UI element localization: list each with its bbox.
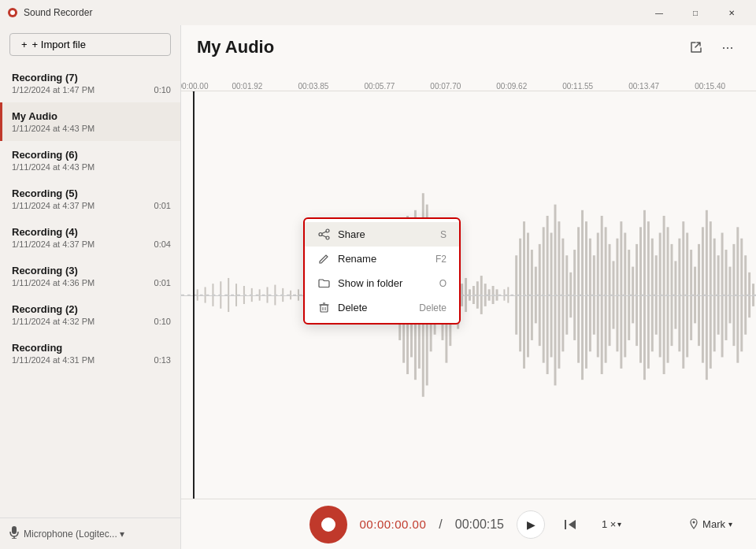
- timeline-mark-7: 00:13.47: [628, 82, 659, 91]
- recording-meta: 1/11/2024 at 4:36 PM 0:01: [12, 278, 171, 287]
- speed-button[interactable]: 1 × ▾: [595, 515, 628, 533]
- delete-shortcut: Delete: [419, 302, 447, 313]
- header-actions: ···: [684, 35, 740, 60]
- rename-label: Rename: [338, 253, 428, 265]
- import-label: + Import file: [32, 39, 86, 50]
- timeline-mark-8: 00:15.40: [695, 82, 725, 91]
- menu-item-share[interactable]: Share S: [305, 222, 459, 247]
- content-header: My Audio ···: [181, 25, 756, 69]
- recording-meta: 1/11/2024 at 4:31 PM 0:13: [12, 355, 171, 365]
- timeline-marks: 00:00.00 00:01.92 00:03.85 00:05.77 00:0…: [181, 69, 756, 91]
- titlebar: Sound Recorder — □ ✕: [0, 0, 756, 25]
- recording-date: 1/11/2024 at 4:31 PM: [12, 355, 94, 365]
- recording-name: Recording (5): [12, 187, 171, 199]
- mark-label: Mark: [702, 518, 725, 530]
- recording-meta: 1/12/2024 at 1:47 PM 0:10: [12, 85, 171, 95]
- context-menu: Share S Rename F2: [303, 217, 461, 325]
- total-time: 00:00:15: [455, 517, 504, 532]
- mark-button[interactable]: Mark ▾: [680, 515, 740, 534]
- recording-date: 1/11/2024 at 4:36 PM: [12, 278, 94, 287]
- timeline-mark-6: 00:11.55: [562, 82, 593, 91]
- microphone-label[interactable]: Microphone (Logitec... ▾: [24, 529, 124, 540]
- recording-date: 1/11/2024 at 4:37 PM: [12, 201, 94, 210]
- recording-duration: 0:13: [154, 355, 171, 365]
- timeline-mark-1: 00:01.92: [232, 82, 262, 91]
- sidebar: + + Import file Recording (7) 1/12/2024 …: [0, 25, 181, 549]
- timeline-mark-5: 00:09.62: [496, 82, 527, 91]
- rename-shortcut: F2: [435, 254, 447, 265]
- recording-meta: 1/11/2024 at 4:43 PM: [12, 124, 171, 133]
- recording-name: Recording (4): [12, 226, 171, 238]
- recording-item-r1[interactable]: Recording 1/11/2024 at 4:31 PM 0:13: [0, 334, 180, 373]
- recording-duration: 0:04: [154, 239, 171, 249]
- svg-point-130: [319, 233, 322, 236]
- recording-name: Recording (7): [12, 72, 171, 83]
- recording-date: 1/11/2024 at 4:32 PM: [12, 317, 94, 326]
- recording-meta: 1/11/2024 at 4:37 PM 0:04: [12, 239, 171, 249]
- menu-item-rename[interactable]: Rename F2: [305, 247, 459, 271]
- svg-point-140: [693, 521, 695, 523]
- ellipsis-icon: ···: [721, 39, 733, 56]
- window-controls: — □ ✕: [641, 0, 750, 25]
- svg-point-1: [10, 10, 15, 15]
- playhead: [193, 91, 195, 499]
- recording-duration: 0:10: [154, 317, 171, 326]
- record-inner-circle: [321, 517, 335, 532]
- svg-line-132: [321, 236, 325, 238]
- recording-item-myaudio[interactable]: My Audio 1/11/2024 at 4:43 PM: [0, 102, 180, 141]
- recording-item-r2[interactable]: Recording (2) 1/11/2024 at 4:32 PM 0:10: [0, 295, 180, 334]
- recording-name: My Audio: [12, 110, 171, 122]
- recording-meta: 1/11/2024 at 4:32 PM 0:10: [12, 317, 171, 326]
- more-options-button[interactable]: ···: [715, 35, 740, 60]
- recording-meta: 1/11/2024 at 4:37 PM 0:01: [12, 201, 171, 210]
- recording-item-r5[interactable]: Recording (5) 1/11/2024 at 4:37 PM 0:01: [0, 180, 180, 218]
- maximize-button[interactable]: □: [677, 0, 713, 25]
- recordings-list: Recording (7) 1/12/2024 at 1:47 PM 0:10 …: [0, 64, 180, 517]
- import-file-button[interactable]: + + Import file: [9, 33, 171, 56]
- plus-icon: +: [21, 39, 28, 50]
- time-separator: /: [439, 517, 442, 532]
- menu-item-delete[interactable]: Delete Delete: [305, 295, 459, 320]
- play-button[interactable]: ▶: [517, 510, 545, 539]
- recording-meta: 1/11/2024 at 4:43 PM: [12, 162, 171, 172]
- timeline-mark-2: 00:03.85: [298, 82, 328, 91]
- recording-item-r4[interactable]: Recording (4) 1/11/2024 at 4:37 PM 0:04: [0, 218, 180, 257]
- minimize-button[interactable]: —: [641, 0, 677, 25]
- rename-icon: [317, 253, 330, 265]
- speed-chevron-icon: ▾: [617, 520, 621, 529]
- menu-item-show-folder[interactable]: Show in folder O: [305, 271, 459, 295]
- app-icon: [6, 6, 19, 19]
- recording-date: 1/11/2024 at 4:43 PM: [12, 162, 94, 172]
- share-icon: [317, 228, 330, 240]
- recording-item-r3[interactable]: Recording (3) 1/11/2024 at 4:36 PM 0:01: [0, 257, 180, 295]
- svg-point-129: [326, 236, 329, 239]
- show-folder-shortcut: O: [439, 278, 447, 289]
- mark-chevron-icon: ▾: [728, 520, 732, 529]
- sidebar-footer: Microphone (Logitec... ▾: [0, 517, 180, 549]
- speed-label: 1 ×: [602, 518, 616, 530]
- share-button[interactable]: [684, 35, 709, 60]
- svg-rect-2: [12, 526, 17, 534]
- record-button[interactable]: [309, 506, 347, 543]
- recording-duration: 0:01: [154, 201, 171, 210]
- main-container: + + Import file Recording (7) 1/12/2024 …: [0, 25, 756, 549]
- recording-date: 1/11/2024 at 4:43 PM: [12, 124, 94, 133]
- recording-name: Recording: [12, 342, 171, 354]
- skip-to-start-button[interactable]: [558, 512, 583, 537]
- timeline-mark-0: 00:00.00: [181, 82, 208, 91]
- play-icon: ▶: [527, 518, 536, 531]
- recording-item-r6[interactable]: Recording (6) 1/11/2024 at 4:43 PM: [0, 141, 180, 180]
- playhead-triangle: [189, 91, 198, 93]
- recording-name: Recording (6): [12, 149, 171, 161]
- timeline-ruler: 00:00.00 00:01.92 00:03.85 00:05.77 00:0…: [181, 69, 756, 91]
- close-button[interactable]: ✕: [713, 0, 750, 25]
- current-time: 00:00:00.00: [360, 517, 427, 531]
- show-folder-label: Show in folder: [338, 277, 432, 289]
- waveform-area: Share S Rename F2: [181, 91, 756, 499]
- svg-rect-133: [321, 305, 328, 312]
- recording-item-r7[interactable]: Recording (7) 1/12/2024 at 1:47 PM 0:10: [0, 64, 180, 102]
- center-line: [181, 295, 756, 296]
- svg-line-131: [321, 232, 325, 234]
- share-shortcut: S: [440, 229, 447, 240]
- trash-icon: [317, 302, 330, 313]
